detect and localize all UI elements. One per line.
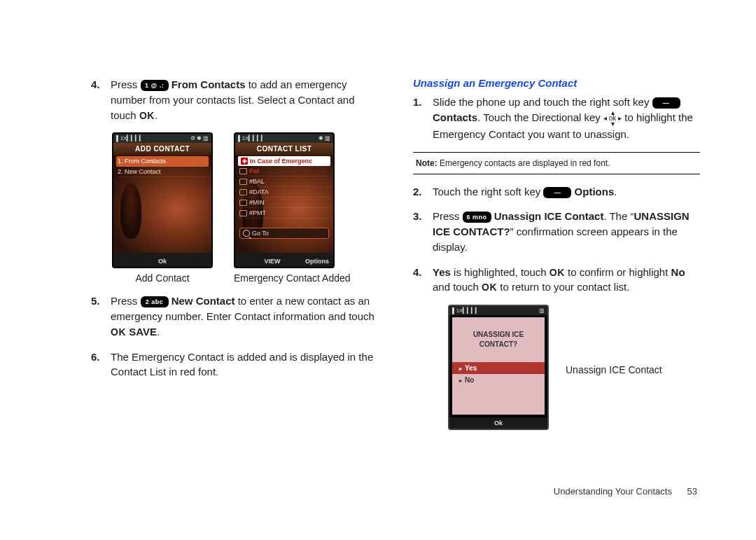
left-steps-2: 5. Press 2 abc New Contact to enter a ne… — [91, 293, 378, 380]
search-icon — [243, 230, 250, 237]
step-body: Press 2 abc New Contact to enter a new c… — [111, 293, 378, 339]
menu-list: 1. From Contacts 2. New Contact — [113, 155, 211, 179]
item-label: Pat — [249, 167, 259, 174]
step-number: 4. — [413, 265, 433, 296]
text: Press — [111, 295, 141, 307]
step-number: 6. — [91, 349, 111, 380]
left-column: 4. Press 1 @ .: From Contacts to add an … — [91, 77, 378, 438]
goto-label: Go To — [252, 230, 269, 237]
softkey-right: Options — [305, 258, 329, 265]
option-no: ▸No — [452, 374, 545, 386]
text: . — [614, 186, 617, 198]
text-bold: Options — [571, 186, 614, 198]
text: Press — [111, 78, 141, 90]
status-right: ✱ ▥ — [318, 135, 330, 141]
text: . Touch the Directional key — [477, 111, 603, 123]
softkey-icon: — — [652, 97, 680, 109]
dir-ok: ◂ ok ▸ — [603, 114, 622, 122]
text: is highlighted, touch — [451, 266, 550, 278]
directional-key-icon: ▴◂ ok ▸▾ — [603, 110, 622, 127]
item-label: #BAL — [249, 178, 265, 185]
note-box: Note: Emergency contacts are displayed i… — [413, 152, 700, 174]
right-steps: 1. Slide the phone up and touch the righ… — [413, 95, 700, 142]
status-right: ▥ — [539, 307, 545, 314]
goto-field: Go To — [239, 228, 329, 239]
footer-section: Understanding Your Contacts — [554, 486, 672, 497]
step-body: Press 1 @ .: From Contacts to add an eme… — [111, 77, 378, 123]
text: to confirm or highlight — [565, 266, 671, 278]
list-item: #MIN — [238, 198, 330, 208]
phone-body: UNASSIGN ICE CONTACT? ▸Yes ▸No — [452, 317, 545, 415]
step-6: 6. The Emergency Contact is added and is… — [91, 349, 378, 380]
triangle-icon: ▸ — [459, 378, 462, 384]
text: Press — [433, 210, 463, 222]
note-text: Emergency contacts are displayed in red … — [438, 158, 610, 168]
text-bold: SAVE — [126, 326, 157, 338]
step-body: Yes is highlighted, touch OK to confirm … — [433, 265, 700, 296]
step-number: 2. — [413, 184, 433, 200]
step-number: 4. — [91, 77, 111, 123]
step-4: 4. Press 1 @ .: From Contacts to add an … — [91, 77, 378, 123]
card-icon — [239, 179, 247, 185]
step-number: 3. — [413, 209, 433, 254]
right-steps-2: 2. Touch the right soft key — Options. 3… — [413, 184, 700, 296]
item-label: #PMT — [249, 209, 266, 216]
list-item: #PMT — [238, 208, 330, 219]
medical-cross-icon: ✚ — [241, 158, 248, 165]
phone-status-bar: ▌1X▎▎▎▎ ▥ — [449, 306, 547, 315]
softkey-bar: VIEW Options — [235, 256, 333, 267]
phone-screen: ▌1X▎▎▎▎ ✱ ▥ CONTACT LIST ✚In Case of Eme… — [234, 132, 335, 268]
step-number: 5. — [91, 293, 111, 339]
step-4r: 4. Yes is highlighted, touch OK to confi… — [413, 265, 700, 296]
softkey-center: Ok — [454, 420, 543, 427]
status-left: ▌1X▎▎▎▎ — [452, 307, 479, 314]
item-label: #MIN — [249, 199, 265, 206]
list-item: 2. New Contact — [116, 167, 209, 177]
softkey-center: VIEW — [239, 258, 305, 265]
right-column: Unassign an Emergency Contact 1. Slide t… — [413, 77, 700, 438]
confirm-question: UNASSIGN ICE CONTACT? — [473, 330, 524, 349]
left-steps: 4. Press 1 @ .: From Contacts to add an … — [91, 77, 378, 123]
menu-list: ✚In Case of Emergenc Pat #BAL #DATA #MIN… — [235, 155, 333, 220]
ok-icon: OK — [482, 282, 497, 293]
page-footer: Understanding Your Contacts 53 — [554, 486, 697, 497]
phone-title: ADD CONTACT — [113, 143, 211, 155]
key-2: 2 abc — [141, 296, 169, 307]
triangle-icon: ▸ — [459, 366, 462, 372]
text: . The “ — [603, 210, 634, 222]
key-1: 1 @ .: — [141, 80, 169, 91]
phone-caption: Emergency Contact Added — [234, 272, 351, 284]
q-line1: UNASSIGN ICE — [473, 331, 524, 338]
item-label: #DATA — [249, 188, 269, 195]
text: . — [157, 326, 160, 338]
phone-caption: Add Contact — [112, 272, 213, 284]
phone-unassign-wrap: ▌1X▎▎▎▎ ▥ UNASSIGN ICE CONTACT? ▸Yes ▸No — [448, 305, 700, 430]
ice-header: ✚In Case of Emergenc — [238, 156, 330, 166]
list-item: Pat — [238, 166, 330, 176]
key-6: 6 mno — [463, 212, 491, 223]
ok-icon: OK — [139, 110, 155, 121]
status-left: ▌1X▎▎▎▎ — [116, 135, 144, 141]
step-body: The Emergency Contact is added and is di… — [111, 349, 378, 380]
softkey-icon: — — [543, 187, 571, 198]
step-5: 5. Press 2 abc New Contact to enter a ne… — [91, 293, 378, 339]
ok-icon: OK — [550, 267, 565, 278]
section-heading: Unassign an Emergency Contact — [413, 77, 700, 89]
text-bold: Yes — [433, 266, 451, 278]
text: . — [155, 109, 158, 121]
page-number: 53 — [687, 486, 697, 497]
step-body: Press 6 mno Unassign ICE Contact. The “U… — [433, 209, 700, 254]
phone-status-bar: ▌1X▎▎▎▎ ⚙ ✱ ▥ — [113, 134, 211, 143]
step-body: Touch the right soft key — Options. — [433, 184, 700, 200]
opt-label: No — [465, 376, 474, 384]
card-icon — [239, 200, 247, 206]
opt-label: Yes — [465, 364, 477, 372]
status-left: ▌1X▎▎▎▎ — [238, 135, 265, 141]
confirm-options: ▸Yes ▸No — [452, 362, 545, 386]
step-body: Slide the phone up and touch the right s… — [433, 95, 700, 142]
ok-icon: OK — [111, 326, 126, 338]
step-number: 1. — [413, 95, 433, 142]
phone-screen: ▌1X▎▎▎▎ ⚙ ✱ ▥ ADD CONTACT 1. From Contac… — [112, 132, 213, 268]
step-3: 3. Press 6 mno Unassign ICE Contact. The… — [413, 209, 700, 254]
phone-add-contact: ▌1X▎▎▎▎ ⚙ ✱ ▥ ADD CONTACT 1. From Contac… — [112, 132, 213, 284]
